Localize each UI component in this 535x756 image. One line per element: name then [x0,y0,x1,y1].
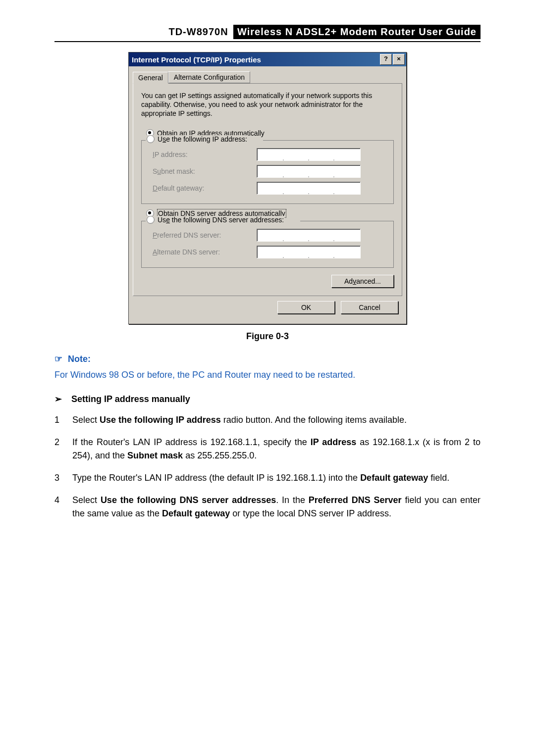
radio-use-ip-label[interactable]: Use the following IP address: [158,135,247,143]
help-icon[interactable]: ? [380,54,392,65]
step-4: Select Use the following DNS server addr… [54,494,481,520]
radio-icon [147,135,155,143]
alternate-dns-input[interactable]: ... [257,246,361,258]
pointing-hand-icon: ☞ [54,353,62,364]
header-rule [54,41,481,42]
subnet-mask-label: Subnet mask: [148,167,257,175]
alternate-dns-label: Alternate DNS server: [148,248,257,256]
note-heading: ☞ Note: [54,353,481,364]
model-label: TD-W8970N [168,26,228,37]
dialog-title: Internet Protocol (TCP/IP) Properties [132,55,261,64]
ip-address-label: IP address: [148,151,257,158]
arrow-icon: ➢ [54,394,62,404]
ip-groupbox: Use the following IP address: IP address… [141,140,394,204]
doc-header: TD-W8970N Wireless N ADSL2+ Modem Router… [54,25,481,39]
ok-button[interactable]: OK [277,301,335,314]
default-gateway-label: Default gateway: [148,184,257,192]
tabstrip: General Alternate Configuration [133,71,402,84]
dialog-description: You can get IP settings assigned automat… [141,91,394,118]
steps-list: Select Use the following IP address radi… [54,413,481,520]
note-body: For Windows 98 OS or before, the PC and … [54,368,481,382]
cancel-button[interactable]: Cancel [341,301,398,314]
tab-alternate-config[interactable]: Alternate Configuration [168,71,250,83]
subnet-mask-input[interactable]: ... [257,165,361,178]
step-1: Select Use the following IP address radi… [54,413,481,427]
radio-use-dns-label[interactable]: Use the following DNS server addresses: [158,216,284,224]
section-title: Setting IP address manually [71,394,190,404]
ip-address-input[interactable]: ... [257,148,361,161]
radio-icon [147,216,155,224]
preferred-dns-input[interactable]: ... [257,229,361,242]
tcpip-properties-dialog: Internet Protocol (TCP/IP) Properties ? … [128,52,407,324]
guide-title: Wireless N ADSL2+ Modem Router User Guid… [233,25,481,39]
note-label: Note: [68,354,91,364]
advanced-button[interactable]: Advanced... [331,275,394,288]
dns-groupbox: Use the following DNS server addresses: … [141,221,394,268]
preferred-dns-label: Preferred DNS server: [148,231,257,239]
step-3: Type the Router's LAN IP address (the de… [54,471,481,485]
close-icon[interactable]: × [393,54,405,65]
tab-general[interactable]: General [133,72,168,84]
titlebar: Internet Protocol (TCP/IP) Properties ? … [129,52,406,66]
figure-caption: Figure 0-3 [54,331,481,342]
default-gateway-input[interactable]: ... [257,182,361,195]
step-2: If the Router's LAN IP address is 192.16… [54,436,481,462]
section-heading: ➢ Setting IP address manually [54,394,481,404]
